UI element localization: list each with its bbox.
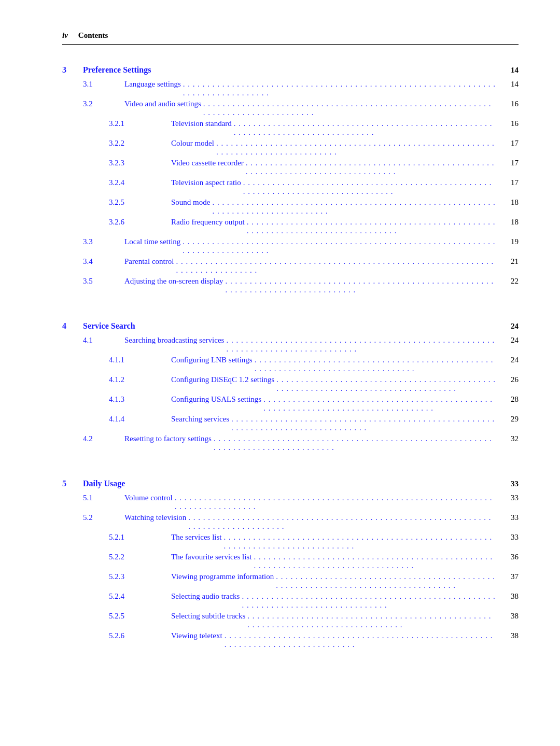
- entry-title-text: Resetting to factory settings: [124, 434, 212, 443]
- section-page: 24: [498, 322, 519, 331]
- entry-page: 33: [498, 513, 519, 522]
- entry-title-sub: Configuring USALS settings . . . . . . .…: [171, 395, 498, 413]
- toc-section: 3Preference Settings143.1Language settin…: [62, 65, 519, 306]
- toc-entry-sub: 3.2.3Video cassette recorder . . . . . .…: [62, 158, 519, 177]
- toc-entry-sub: 5.2.3Viewing programme information . . .…: [62, 571, 519, 591]
- entry-title-text: Parental control: [124, 257, 174, 266]
- entry-title-text-sub: Selecting audio tracks: [171, 592, 240, 601]
- dot-leader: . . . . . . . . . . . . . . . . . . . . …: [247, 218, 496, 235]
- section-number: 4: [62, 321, 83, 331]
- toc-entry: 4.1Searching broadcasting services . . .…: [62, 335, 519, 355]
- toc-entry-sub: 3.2.6Radio frequency output . . . . . . …: [62, 217, 519, 236]
- toc-entry-sub: 5.2.1The services list . . . . . . . . .…: [62, 532, 519, 552]
- entry-number-sub: 3.2.2: [109, 139, 171, 148]
- entry-page: 32: [498, 434, 519, 443]
- dot-leader: . . . . . . . . . . . . . . . . . . . . …: [214, 434, 496, 452]
- entry-number-sub: 5.2.6: [109, 631, 171, 640]
- entry-title-text: Local time setting: [124, 237, 180, 246]
- entry-number-sub: 5.2.5: [109, 612, 171, 621]
- toc-entry: 3.3Local time setting . . . . . . . . . …: [62, 236, 519, 256]
- entry-number: 3.4: [83, 257, 124, 266]
- entry-page: 16: [498, 100, 519, 108]
- entry-number: 5.1: [83, 494, 124, 502]
- entry-title-text: Watching television: [124, 513, 186, 522]
- entry-page-sub: 33: [498, 533, 519, 542]
- entry-title-sub: Sound mode . . . . . . . . . . . . . . .…: [171, 198, 498, 216]
- toc-entry-sub: 4.1.3Configuring USALS settings . . . . …: [62, 394, 519, 414]
- entry-title-text-sub: Selecting subtitle tracks: [171, 612, 245, 621]
- dot-leader: . . . . . . . . . . . . . . . . . . . . …: [263, 395, 496, 413]
- dot-leader: . . . . . . . . . . . . . . . . . . . . …: [255, 356, 496, 373]
- entry-page-sub: 16: [498, 119, 519, 128]
- entry-title-sub: Configuring DiSEqC 1.2 settings . . . . …: [171, 375, 498, 393]
- entry-title: Adjusting the on-screen display . . . . …: [124, 277, 498, 294]
- entry-title-sub: Colour model . . . . . . . . . . . . . .…: [171, 139, 498, 157]
- entry-title: Resetting to factory settings . . . . . …: [124, 434, 498, 452]
- entry-title: Video and audio settings . . . . . . . .…: [124, 100, 498, 117]
- entry-number: 3.1: [83, 80, 124, 89]
- entry-title-sub: Selecting subtitle tracks . . . . . . . …: [171, 612, 498, 629]
- entry-title-sub: The services list . . . . . . . . . . . …: [171, 533, 498, 551]
- toc-entry: 4.2Resetting to factory settings . . . .…: [62, 433, 519, 453]
- entry-number-sub: 3.2.4: [109, 178, 171, 187]
- entry-title-text: Volume control: [124, 494, 173, 502]
- dot-leader: . . . . . . . . . . . . . . . . . . . . …: [225, 277, 496, 294]
- toc-entry-sub: 5.2.4Selecting audio tracks . . . . . . …: [62, 591, 519, 611]
- entry-page-sub: 29: [498, 415, 519, 424]
- entry-number: 5.2: [83, 513, 124, 522]
- toc-entry: 5.2Watching television . . . . . . . . .…: [62, 512, 519, 532]
- section-title: Preference Settings: [83, 65, 498, 75]
- section-title: Daily Usage: [83, 479, 498, 488]
- entry-page-sub: 38: [498, 592, 519, 601]
- toc-entry-sub: 4.1.1Configuring LNB settings . . . . . …: [62, 355, 519, 374]
- section-heading-row: 4Service Search24: [62, 321, 519, 331]
- entry-page-sub: 17: [498, 178, 519, 187]
- entry-number-sub: 3.2.1: [109, 119, 171, 128]
- dot-leader: . . . . . . . . . . . . . . . . . . . . …: [226, 336, 496, 354]
- entry-number-sub: 4.1.1: [109, 356, 171, 364]
- entry-title-sub: Television aspect ratio . . . . . . . . …: [171, 178, 498, 196]
- toc-entry-sub: 3.2.2Colour model . . . . . . . . . . . …: [62, 138, 519, 158]
- entry-title-text-sub: Configuring LNB settings: [171, 356, 253, 364]
- entry-title-sub: Selecting audio tracks . . . . . . . . .…: [171, 592, 498, 610]
- entry-number-sub: 5.2.4: [109, 592, 171, 601]
- entry-title-text-sub: Colour model: [171, 139, 214, 148]
- entry-title-sub: The favourite services list . . . . . . …: [171, 553, 498, 570]
- dot-leader: . . . . . . . . . . . . . . . . . . . . …: [246, 159, 496, 176]
- dot-leader: . . . . . . . . . . . . . . . . . . . . …: [234, 119, 496, 137]
- entry-number-sub: 5.2.2: [109, 553, 171, 561]
- dot-leader: . . . . . . . . . . . . . . . . . . . . …: [223, 533, 496, 551]
- toc-entry-sub: 5.2.6Viewing teletext . . . . . . . . . …: [62, 630, 519, 650]
- section-number: 5: [62, 479, 83, 488]
- entry-title-text-sub: Viewing teletext: [171, 631, 222, 640]
- dot-leader: . . . . . . . . . . . . . . . . . . . . …: [183, 80, 496, 97]
- entry-page-sub: 18: [498, 218, 519, 227]
- entry-title-text-sub: Television aspect ratio: [171, 178, 241, 187]
- entry-title-text-sub: Radio frequency output: [171, 218, 245, 227]
- section-heading-row: 3Preference Settings14: [62, 65, 519, 75]
- page-header-title: Contents: [78, 31, 108, 40]
- entry-title-text-sub: Searching services: [171, 415, 229, 424]
- dot-leader: . . . . . . . . . . . . . . . . . . . . …: [188, 513, 496, 531]
- dot-leader: . . . . . . . . . . . . . . . . . . . . …: [212, 198, 496, 216]
- entry-number-sub: 5.2.1: [109, 533, 171, 542]
- dot-leader: . . . . . . . . . . . . . . . . . . . . …: [276, 375, 496, 393]
- entry-title-text: Searching broadcasting services: [124, 336, 224, 345]
- entry-number: 4.1: [83, 336, 124, 345]
- entry-page: 33: [498, 494, 519, 502]
- toc-entry-sub: 5.2.5Selecting subtitle tracks . . . . .…: [62, 611, 519, 630]
- dot-leader: . . . . . . . . . . . . . . . . . . . . …: [254, 553, 496, 570]
- toc-entry-sub: 5.2.2The favourite services list . . . .…: [62, 552, 519, 571]
- dot-leader: . . . . . . . . . . . . . . . . . . . . …: [243, 178, 496, 196]
- entry-page-sub: 28: [498, 395, 519, 404]
- entry-title-text: Language settings: [124, 80, 181, 89]
- entry-title: Watching television . . . . . . . . . . …: [124, 513, 498, 531]
- entry-page: 24: [498, 336, 519, 345]
- entry-title-sub: Configuring LNB settings . . . . . . . .…: [171, 356, 498, 373]
- entry-page-sub: 17: [498, 159, 519, 167]
- entry-title-sub: Television standard . . . . . . . . . . …: [171, 119, 498, 137]
- entry-title-text-sub: The favourite services list: [171, 553, 251, 561]
- dot-leader: . . . . . . . . . . . . . . . . . . . . …: [175, 494, 496, 511]
- dot-leader: . . . . . . . . . . . . . . . . . . . . …: [276, 572, 496, 590]
- entry-page: 21: [498, 257, 519, 266]
